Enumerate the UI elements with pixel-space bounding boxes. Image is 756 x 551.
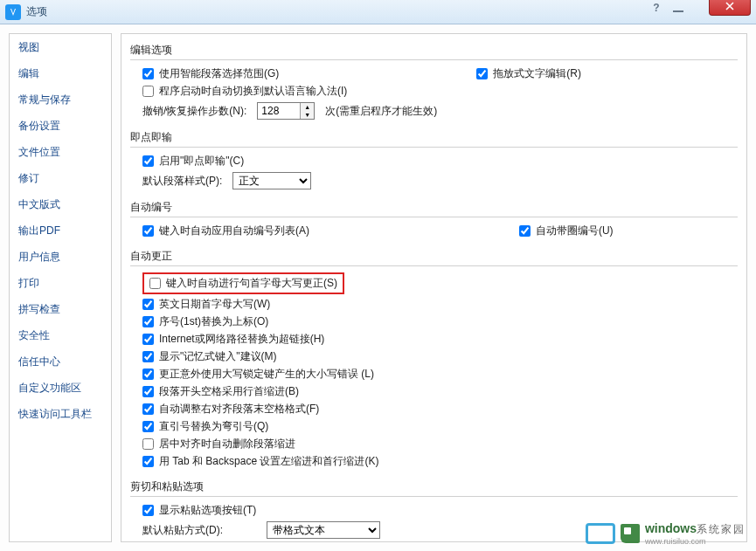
checkbox-auto-number[interactable] [142, 225, 154, 237]
sidebar-item-qat[interactable]: 快速访问工具栏 [10, 401, 111, 427]
sidebar-item-view[interactable]: 视图 [10, 34, 111, 60]
sidebar-item-edit[interactable]: 编辑 [10, 60, 111, 86]
checkbox-caps-err[interactable] [142, 368, 154, 380]
checkbox-mem[interactable] [142, 351, 154, 362]
sidebar-item-security[interactable]: 安全性 [10, 322, 111, 348]
undo-steps-spinner[interactable]: ▲▼ [257, 102, 315, 120]
checkbox-del-indent[interactable] [142, 438, 154, 450]
checkbox-smart-para[interactable] [142, 68, 154, 79]
watermark: windows系统家园 www.ruisiluo.com [586, 521, 746, 546]
label-drag-edit: 拖放式文字编辑(R) [493, 66, 581, 81]
sidebar-item-spell[interactable]: 拼写检查 [10, 296, 111, 322]
watermark-text: windows系统家园 www.ruisiluo.com [645, 521, 746, 546]
sidebar-item-general[interactable]: 常规与保存 [10, 86, 111, 113]
app-icon [5, 4, 21, 20]
label-tab-back: 用 Tab 和 Backspace 设置左缩进和首行缩进(K) [159, 454, 378, 469]
group-number: 自动编号 键入时自动应用自动编号列表(A) 自动带圈编号(U) [130, 200, 738, 240]
label-mem: 显示"记忆式键入"建议(M) [159, 349, 277, 364]
watermark-badge-icon [586, 523, 615, 544]
group-title-click: 即点即输 [130, 130, 738, 147]
group-click: 即点即输 启用"即点即输"(C) 默认段落样式(P): 正文 [130, 130, 738, 191]
group-edit: 编辑选项 使用智能段落选择范围(G) 拖放式文字编辑(R) 程序启动时自动切换到… [130, 43, 738, 121]
checkbox-ord[interactable] [142, 316, 154, 327]
content-panel: 编辑选项 使用智能段落选择范围(G) 拖放式文字编辑(R) 程序启动时自动切换到… [121, 33, 747, 542]
minimize-button[interactable] [667, 2, 690, 17]
checkbox-enable-click[interactable] [142, 155, 154, 167]
checkbox-cap-first[interactable] [149, 278, 161, 289]
group-title-paste: 剪切和粘贴选项 [130, 479, 738, 496]
checkbox-quotes[interactable] [142, 421, 154, 432]
window-title: 选项 [26, 4, 47, 19]
sidebar-item-cn-layout[interactable]: 中文版式 [10, 191, 111, 217]
checkbox-auto-ime[interactable] [142, 86, 154, 97]
checkbox-circle-number[interactable] [519, 225, 531, 237]
label-ord: 序号(1st)替换为上标(O) [159, 314, 268, 329]
label-smart-para: 使用智能段落选择范围(G) [159, 66, 279, 81]
select-paste-mode[interactable]: 带格式文本 [267, 521, 380, 539]
sidebar-item-print[interactable]: 打印 [10, 270, 111, 296]
checkbox-url[interactable] [142, 334, 154, 345]
label-en-caps: 英文日期首字母大写(W) [159, 297, 270, 312]
checkbox-en-caps[interactable] [142, 299, 154, 310]
label-show-paste: 显示粘贴选项按钮(T) [159, 503, 256, 518]
sidebar: 视图 编辑 常规与保存 备份设置 文件位置 修订 中文版式 输出PDF 用户信息… [9, 33, 112, 542]
close-button[interactable] [709, 0, 751, 16]
label-enable-click: 启用"即点即输"(C) [159, 154, 244, 169]
label-del-indent: 居中对齐时自动删除段落缩进 [159, 437, 295, 451]
select-default-style[interactable]: 正文 [232, 172, 311, 189]
checkbox-drag-edit[interactable] [476, 68, 488, 79]
label-undo-suffix: 次(需重启程序才能生效) [325, 104, 437, 119]
group-title-edit: 编辑选项 [130, 43, 738, 59]
checkbox-indent[interactable] [142, 386, 154, 397]
sidebar-item-files[interactable]: 文件位置 [10, 139, 111, 165]
spinner-down-icon[interactable]: ▼ [301, 111, 314, 119]
label-caps-err: 更正意外使用大写锁定键产生的大小写错误 (L) [159, 367, 374, 382]
label-auto-ime: 程序启动时自动切换到默认语言输入法(I) [159, 84, 347, 99]
label-url: Internet或网络路径替换为超链接(H) [159, 332, 324, 347]
highlight-cap-first: 键入时自动进行句首字母大写更正(S) [142, 272, 344, 294]
sidebar-item-custom-ribbon[interactable]: 自定义功能区 [10, 375, 111, 401]
sidebar-item-trust[interactable]: 信任中心 [10, 348, 111, 375]
help-button[interactable]: ? [649, 2, 663, 17]
label-quotes: 直引号替换为弯引号(Q) [159, 419, 268, 434]
label-indent: 段落开头空格采用行首缩进(B) [159, 384, 299, 399]
group-autocorrect: 自动更正 键入时自动进行句首字母大写更正(S) 英文日期首字母大写(W) 序号(… [130, 249, 738, 471]
checkbox-fmt[interactable] [142, 403, 154, 415]
label-fmt: 自动调整右对齐段落末空格格式(F) [159, 402, 319, 417]
sidebar-item-user[interactable]: 用户信息 [10, 244, 111, 270]
spinner-up-icon[interactable]: ▲ [301, 103, 314, 111]
label-auto-number: 键入时自动应用自动编号列表(A) [159, 224, 309, 238]
group-title-number: 自动编号 [130, 200, 738, 217]
titlebar: 选项 ? [0, 0, 756, 24]
sidebar-item-revision[interactable]: 修订 [10, 165, 111, 191]
label-undo-steps: 撤销/恢复操作步数(N): [142, 104, 246, 119]
group-title-autocorrect: 自动更正 [130, 249, 738, 265]
label-cap-first: 键入时自动进行句首字母大写更正(S) [166, 276, 337, 291]
sidebar-item-pdf[interactable]: 输出PDF [10, 217, 111, 244]
label-circle-number: 自动带圈编号(U) [536, 224, 614, 238]
checkbox-tab-back[interactable] [142, 456, 154, 467]
undo-steps-input[interactable] [258, 103, 300, 119]
sidebar-item-backup[interactable]: 备份设置 [10, 113, 111, 139]
windows-flag-icon [621, 524, 640, 543]
label-paste-mode: 默认粘贴方式(D): [142, 523, 256, 538]
label-default-style: 默认段落样式(P): [142, 174, 222, 189]
checkbox-show-paste[interactable] [142, 505, 154, 516]
